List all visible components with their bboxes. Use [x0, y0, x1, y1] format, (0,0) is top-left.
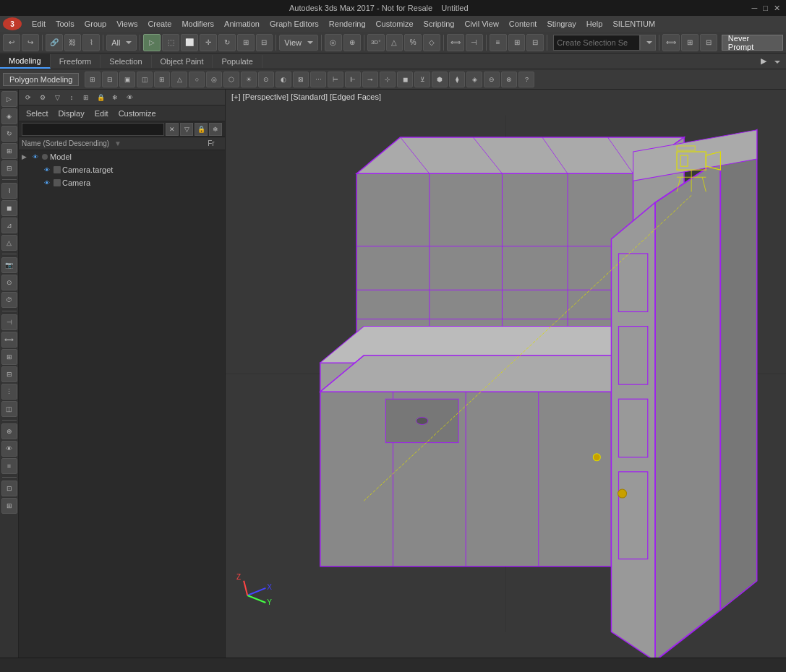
filter-lock-btn[interactable]: 🔒 [195, 123, 208, 136]
pm-btn-14[interactable]: ⋯ [310, 72, 326, 87]
scene-explorer[interactable]: ⊞ [508, 34, 526, 51]
scene-sync-btn[interactable]: ⟳ [22, 91, 35, 104]
pm-btn-24[interactable]: ⊖ [484, 72, 500, 87]
select-tool[interactable]: ▷ [143, 34, 161, 51]
scale-btn[interactable]: ⊞ [1, 143, 17, 159]
scale-tool[interactable]: ⊞ [237, 34, 255, 51]
menu-edit[interactable]: Edit [27, 18, 50, 30]
menu-tools[interactable]: Tools [51, 18, 79, 30]
tree-item-camera-target[interactable]: ▶ 👁 Camera.target [19, 163, 225, 176]
menu-silentium[interactable]: SILENTIUM [608, 18, 659, 30]
pm-btn-21[interactable]: ⬢ [432, 72, 448, 87]
clone-btn[interactable]: ◫ [1, 401, 17, 417]
create-selection-set-dropdown[interactable] [640, 35, 656, 51]
pm-btn-10[interactable]: ☀ [241, 72, 257, 87]
pm-btn-12[interactable]: ◐ [275, 72, 291, 87]
create-selection-set-input[interactable] [553, 35, 640, 51]
never-prompt-button[interactable]: Never Prompt [722, 35, 783, 51]
tab-modeling[interactable]: Modeling [0, 54, 51, 69]
maximize-icon[interactable]: □ [763, 4, 768, 13]
display-floater[interactable]: 👁 [1, 441, 17, 457]
mirror-tool[interactable]: ⟺ [447, 34, 464, 51]
close-icon[interactable]: ✕ [774, 4, 780, 13]
tree-item-camera[interactable]: ▶ 👁 Camera [19, 176, 225, 189]
menu-views[interactable]: Views [112, 18, 142, 30]
filter-clear-btn[interactable]: ✕ [166, 123, 179, 136]
pm-btn-17[interactable]: ⊸ [362, 72, 378, 87]
tab-freeform[interactable]: Freeform [51, 55, 101, 68]
undo-button[interactable]: ↩ [3, 34, 20, 51]
pm-btn-3[interactable]: ▣ [119, 72, 135, 87]
mirror-btn[interactable]: ⟺ [1, 332, 17, 348]
expand-model-icon[interactable]: ▶ [22, 153, 30, 160]
pm-btn-2[interactable]: ⊟ [102, 72, 118, 87]
scene-customize-menu[interactable]: Customize [114, 108, 161, 119]
pm-btn-18[interactable]: ⊹ [380, 72, 396, 87]
scene-hide-btn[interactable]: 👁 [123, 91, 136, 104]
menu-stingray[interactable]: Stingray [542, 18, 580, 30]
loop-select[interactable]: ⊿ [1, 217, 17, 233]
menu-modifiers[interactable]: Modifiers [177, 18, 218, 30]
spinner-snap[interactable]: ◇ [423, 34, 440, 51]
scene-filter-btn[interactable]: ▽ [51, 91, 64, 104]
paint-deform[interactable]: △ [1, 235, 17, 251]
pm-btn-15[interactable]: ⊢ [328, 72, 343, 87]
menu-help[interactable]: Help [582, 18, 607, 30]
unlink-button[interactable]: ⛓ [64, 34, 82, 51]
menu-customize[interactable]: Customize [372, 18, 418, 30]
scene-sort-btn[interactable]: ↕ [65, 91, 78, 104]
more-btn[interactable]: ⊞ [1, 498, 17, 514]
selection-filter-dropdown[interactable]: Workspace: Default All [106, 35, 137, 51]
tabs-more[interactable]: ▶ [755, 54, 786, 68]
scene-edit-menu[interactable]: Edit [90, 108, 113, 119]
pm-btn-26[interactable]: ? [518, 72, 534, 87]
tree-item-model[interactable]: ▶ 👁 Model [19, 150, 225, 163]
pm-btn-11[interactable]: ⊙ [258, 72, 274, 87]
scene-config-btn[interactable]: ⚙ [36, 91, 49, 104]
link-button[interactable]: 🔗 [46, 34, 63, 51]
scene-view-btn[interactable]: ⊞ [80, 91, 93, 104]
menu-graph-editors[interactable]: Graph Editors [265, 18, 323, 30]
tab-object-paint[interactable]: Object Paint [152, 55, 213, 68]
graph-editors[interactable]: ⊟ [526, 34, 544, 51]
pm-btn-7[interactable]: ○ [189, 72, 205, 87]
edit-poly[interactable]: ◼ [1, 200, 17, 216]
pm-btn-5[interactable]: ⊞ [154, 72, 170, 87]
pm-btn-8[interactable]: ◎ [206, 72, 222, 87]
reference-coord-dropdown[interactable]: View [279, 35, 318, 51]
redo-button[interactable]: ↪ [22, 34, 39, 51]
menu-create[interactable]: Create [143, 18, 176, 30]
non-uniform-scale[interactable]: ⊟ [1, 160, 17, 176]
mirror-btn2[interactable]: ⟺ [662, 34, 680, 51]
layers-btn[interactable]: ≡ [1, 458, 17, 474]
tab-selection[interactable]: Selection [101, 55, 151, 68]
filter-freeze-btn[interactable]: ❄ [209, 123, 222, 136]
scene-freeze-btn[interactable]: ❄ [108, 91, 121, 104]
polygon-modeling-tab[interactable]: Polygon Modeling [3, 73, 79, 86]
pm-btn-9[interactable]: ⬡ [223, 72, 239, 87]
bind-to-space-warp[interactable]: ⌇ [82, 34, 100, 51]
hierarchy-btn[interactable]: ⊕ [1, 423, 17, 439]
minimize-icon[interactable]: ─ [752, 4, 758, 13]
pm-btn-4[interactable]: ◫ [137, 72, 153, 87]
select-object-btn[interactable]: ▷ [1, 91, 17, 107]
pm-btn-16[interactable]: ⊩ [345, 72, 361, 87]
pm-btn-23[interactable]: ◈ [466, 72, 482, 87]
spacing-btn[interactable]: ⋮ [1, 384, 17, 400]
rotate-btn[interactable]: ↻ [1, 126, 17, 142]
pm-btn-6[interactable]: △ [171, 72, 187, 87]
filter-options-btn[interactable]: ▽ [180, 123, 193, 136]
scene-display-menu[interactable]: Display [54, 108, 89, 119]
menu-group[interactable]: Group [80, 18, 111, 30]
pm-btn-20[interactable]: ⊻ [414, 72, 430, 87]
viewport[interactable]: [+] [Perspective] [Standard] [Edged Face… [226, 90, 786, 658]
camera-btn[interactable]: 📷 [1, 257, 17, 273]
menu-civil-view[interactable]: Civil View [460, 18, 503, 30]
move-btn[interactable]: ◈ [1, 108, 17, 124]
align-btn[interactable]: ⊣ [1, 314, 17, 330]
pm-btn-13[interactable]: ⊠ [293, 72, 309, 87]
use-pivot-point[interactable]: ◎ [325, 34, 342, 51]
scale-type-dropdown[interactable]: ⊟ [256, 34, 273, 51]
scene-select-menu[interactable]: Select [22, 108, 53, 119]
render-btn[interactable]: ⊙ [1, 275, 17, 290]
